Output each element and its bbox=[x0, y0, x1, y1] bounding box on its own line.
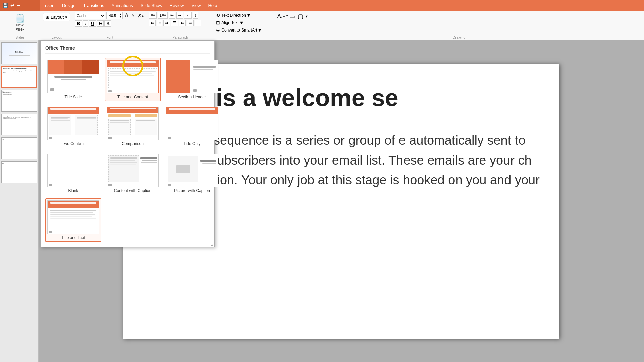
dropdown-resize-handle[interactable]: ⊿ bbox=[210, 242, 214, 247]
layout-item-section-header[interactable]: Section Header bbox=[164, 58, 220, 101]
font-size-down-button[interactable]: ▼ bbox=[118, 16, 122, 18]
layout-name-title-only: Title Only bbox=[183, 141, 200, 146]
slide-panel: Title Slide 1 What is a welcome sequence… bbox=[0, 40, 39, 362]
slide-thumb-5[interactable]: 5 bbox=[1, 137, 37, 159]
menu-view[interactable]: View bbox=[188, 2, 204, 9]
bold-button[interactable]: B bbox=[75, 20, 82, 27]
justify-button[interactable]: ☰ bbox=[171, 20, 178, 26]
layout-dropdown-title: Office Theme bbox=[45, 45, 210, 54]
align-right-button[interactable]: ➡ bbox=[163, 20, 170, 26]
strikethrough-button[interactable]: S bbox=[97, 20, 104, 27]
layout-name-picture-with-caption: Picture with Caption bbox=[174, 188, 210, 193]
menu-help[interactable]: Help bbox=[205, 2, 220, 9]
align-center-button[interactable]: ≡ bbox=[157, 20, 162, 26]
save-icon[interactable]: 💾 bbox=[3, 3, 8, 8]
more-shapes-button[interactable]: ▾ bbox=[305, 13, 308, 19]
shadow-button[interactable]: S bbox=[104, 20, 111, 27]
layout-dropdown: Office Theme Title Slide bbox=[40, 40, 215, 247]
align-text-arrow: ▾ bbox=[240, 19, 243, 26]
layout-item-two-content[interactable]: Two Content bbox=[45, 105, 101, 148]
dropdown-arrow-icon: ▾ bbox=[65, 15, 67, 20]
italic-button[interactable]: I bbox=[83, 20, 88, 27]
layout-name-two-content: Two Content bbox=[62, 141, 85, 146]
rect-shape[interactable]: ▭ bbox=[289, 12, 296, 21]
decrease-indent-button[interactable]: ⇤ bbox=[169, 12, 175, 19]
convert-smartart-button[interactable]: Convert to SmartArt bbox=[221, 28, 257, 33]
slide-thumb-2[interactable]: What is a welcome sequence? • A welcome … bbox=[1, 66, 37, 88]
convert-smartart-icon: ⊕ bbox=[216, 27, 220, 33]
layout-item-title-and-text[interactable]: Title and Text bbox=[45, 198, 101, 242]
layout-item-title-and-content[interactable]: Title and Content bbox=[105, 58, 161, 101]
layout-item-picture-with-caption[interactable]: Picture with Caption bbox=[164, 152, 220, 195]
convert-smartart-arrow: ▾ bbox=[258, 27, 261, 33]
menu-design[interactable]: Design bbox=[59, 2, 79, 9]
layout-item-title-slide[interactable]: Title Slide bbox=[45, 58, 101, 101]
text-direction-button[interactable]: Text Direction bbox=[221, 13, 246, 18]
layout-item-comparison[interactable]: Comparison bbox=[105, 105, 161, 148]
text-direction-arrow: ▾ bbox=[247, 12, 250, 18]
menu-insert[interactable]: nsert bbox=[42, 2, 58, 9]
slide-thumb-6[interactable]: 6 bbox=[1, 161, 37, 183]
bullets-button[interactable]: ≡▾ bbox=[149, 12, 157, 19]
increase-font-button[interactable]: A bbox=[124, 13, 130, 19]
align-text-button[interactable]: Align Text bbox=[221, 20, 239, 25]
clear-format-button[interactable]: ✗A bbox=[137, 13, 145, 18]
layout-name-title-slide: Title Slide bbox=[64, 95, 82, 99]
layout-button[interactable]: ⊞ Layout ▾ bbox=[43, 13, 70, 21]
new-slide-button[interactable]: 🗒️ New Slide bbox=[12, 13, 28, 33]
text-box-shape[interactable]: A bbox=[276, 12, 282, 21]
smart-art-button[interactable]: ⊙ bbox=[195, 20, 201, 26]
align-left-button[interactable]: ⬅ bbox=[149, 20, 156, 26]
text-direction-icon: ⟲ bbox=[216, 13, 220, 18]
rtl-button[interactable]: ⇐ bbox=[179, 20, 186, 26]
increase-indent-button[interactable]: ⇥ bbox=[176, 12, 183, 19]
align-text-icon: ⊡ bbox=[216, 20, 220, 25]
menu-review[interactable]: Review bbox=[166, 2, 187, 9]
layout-item-title-only[interactable]: Title Only bbox=[164, 105, 220, 148]
numbering-button[interactable]: 1≡▾ bbox=[158, 12, 168, 19]
font-family-select[interactable]: Calibri bbox=[75, 12, 105, 19]
menu-animations[interactable]: Animations bbox=[108, 2, 136, 9]
line-spacing-button[interactable]: ↕ bbox=[193, 12, 198, 19]
layout-item-blank[interactable]: Blank bbox=[45, 152, 101, 195]
layout-icon: ⊞ bbox=[46, 15, 49, 20]
menu-bar: nsert Design Transitions Animations Slid… bbox=[40, 0, 644, 11]
layout-name-blank: Blank bbox=[68, 188, 78, 193]
slide-thumb-3[interactable]: doing today? growing sales funnel 3 bbox=[1, 90, 37, 112]
undo-icon[interactable]: ↩ bbox=[10, 3, 14, 8]
decrease-font-button[interactable]: A bbox=[131, 13, 136, 18]
menu-slideshow[interactable]: Slide Show bbox=[137, 2, 166, 9]
slide-thumb-1[interactable]: Title Slide 1 bbox=[1, 42, 37, 64]
underline-button[interactable]: U bbox=[89, 20, 96, 27]
ltr-button[interactable]: ⇒ bbox=[187, 20, 194, 26]
slide-thumb-4[interactable]: be doing email subscribers and turn them… bbox=[1, 114, 37, 135]
layout-name-section-header: Section Header bbox=[178, 95, 206, 99]
menu-transitions[interactable]: Transitions bbox=[79, 2, 107, 9]
rounded-rect-shape[interactable]: ▢ bbox=[297, 12, 304, 21]
redo-icon[interactable]: ↪ bbox=[16, 3, 20, 8]
layout-item-content-with-caption[interactable]: Content with Caption bbox=[105, 152, 161, 195]
ribbon: 🗒️ New Slide Slides ⊞ Layout ▾ Layout Ca… bbox=[0, 11, 644, 40]
quick-access-bar: 💾 ↩ ↪ bbox=[0, 0, 40, 11]
layout-name-title-and-text: Title and Text bbox=[61, 235, 85, 240]
columns-button[interactable]: ⋮ bbox=[184, 12, 192, 19]
font-size-input[interactable]: 40.5 bbox=[107, 14, 118, 18]
layout-name-content-with-caption: Content with Caption bbox=[114, 188, 151, 193]
layout-name-comparison: Comparison bbox=[122, 141, 144, 146]
layout-name-title-and-content: Title and Content bbox=[117, 95, 148, 99]
